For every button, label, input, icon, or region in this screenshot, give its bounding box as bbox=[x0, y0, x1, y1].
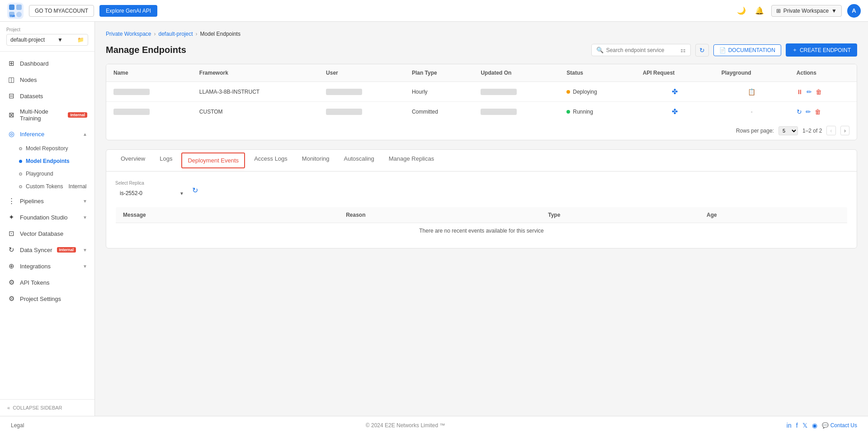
row1-plan-type: Hourly bbox=[405, 82, 474, 102]
tab-monitoring[interactable]: Monitoring bbox=[295, 150, 337, 172]
row1-playground[interactable]: 📋 bbox=[714, 82, 789, 102]
sidebar-item-foundation-studio[interactable]: ✦ Foundation Studio ▼ bbox=[0, 209, 94, 225]
create-endpoint-button[interactable]: ＋ CREATE ENDPOINT bbox=[786, 43, 857, 57]
explore-genai-button[interactable]: Explore GenAI API bbox=[99, 5, 157, 17]
col-playground: Playground bbox=[714, 64, 789, 82]
sidebar-item-inference[interactable]: ◎ Inference ▲ bbox=[0, 126, 94, 142]
dark-mode-button[interactable]: 🌙 bbox=[735, 5, 748, 17]
events-col-age: Age bbox=[699, 207, 847, 223]
replica-selector-row: Select Replica is-2552-0 ▼ ↻ bbox=[115, 181, 848, 200]
svg-rect-1 bbox=[16, 5, 22, 10]
next-page-button[interactable]: › bbox=[840, 126, 849, 135]
row1-api-request[interactable]: ✤ bbox=[636, 82, 714, 102]
linkedin-icon[interactable]: in bbox=[787, 422, 792, 429]
breadcrumb-sep-2: › bbox=[196, 31, 198, 37]
breadcrumb: Private Workspace › default-project › Mo… bbox=[106, 31, 857, 37]
documentation-button[interactable]: 📄 DOCUMENTATION bbox=[713, 44, 781, 56]
sidebar-item-custom-tokens[interactable]: Custom Tokens Internal bbox=[0, 180, 94, 193]
integrations-icon: ⊕ bbox=[7, 262, 15, 270]
api-request-icon-2[interactable]: ✤ bbox=[672, 108, 678, 115]
sidebar-item-api-tokens[interactable]: ⚙ API Tokens bbox=[0, 274, 94, 291]
filter-icon[interactable]: ⚏ bbox=[680, 47, 686, 53]
api-request-icon-1[interactable]: ✤ bbox=[672, 88, 678, 95]
tabs-header: Overview Logs Deployment Events Access L… bbox=[106, 150, 857, 172]
footer-copyright: © 2024 E2E Networks Limited ™ bbox=[366, 422, 445, 429]
tab-overview[interactable]: Overview bbox=[113, 150, 152, 172]
replica-select[interactable]: is-2552-0 bbox=[115, 187, 188, 200]
row2-name bbox=[106, 102, 192, 122]
tab-logs[interactable]: Logs bbox=[152, 150, 179, 172]
rows-per-page-select[interactable]: 5 10 25 bbox=[778, 126, 798, 135]
project-name: default-project bbox=[10, 37, 45, 43]
sidebar-item-datasets[interactable]: ⊟ Datasets bbox=[0, 88, 94, 104]
sidebar-item-nodes[interactable]: ◫ Nodes bbox=[0, 72, 94, 88]
tab-autoscaling[interactable]: Autoscaling bbox=[337, 150, 382, 172]
tab-deployment-events[interactable]: Deployment Events bbox=[181, 153, 245, 168]
sidebar-item-model-repository[interactable]: Model Repository bbox=[0, 142, 94, 155]
workspace-button[interactable]: ⊞ Private Workspace ▼ bbox=[771, 5, 842, 17]
col-api-request: API Request bbox=[636, 64, 714, 82]
page-header: Manage Endpoints 🔍 ⚏ ↻ 📄 DOCUMENTATION ＋… bbox=[106, 43, 857, 57]
refresh-button[interactable]: ↻ bbox=[695, 44, 709, 57]
custom-tokens-badge: Internal bbox=[68, 183, 86, 190]
custom-tokens-dot bbox=[19, 185, 22, 188]
col-user: User bbox=[319, 64, 405, 82]
pipelines-icon: ⋮ bbox=[7, 197, 15, 205]
contact-us-link[interactable]: 💬 Contact Us bbox=[822, 422, 857, 429]
pipelines-chevron-icon: ▼ bbox=[83, 199, 87, 204]
sidebar-sub-label-custom-tokens: Custom Tokens bbox=[26, 183, 63, 190]
main-content: Private Workspace › default-project › Mo… bbox=[95, 22, 868, 416]
sidebar-item-project-settings[interactable]: ⚙ Project Settings bbox=[0, 291, 94, 307]
breadcrumb-project[interactable]: default-project bbox=[158, 31, 193, 37]
contact-icon: 💬 bbox=[822, 422, 829, 429]
playground-icon-1[interactable]: 📋 bbox=[748, 88, 755, 95]
project-select-button[interactable]: default-project ▼ 📁 bbox=[6, 34, 88, 46]
edit-icon-2[interactable]: ✏ bbox=[806, 108, 811, 115]
restart-icon-2[interactable]: ↻ bbox=[797, 108, 802, 115]
twitter-icon[interactable]: 𝕏 bbox=[802, 422, 807, 429]
facebook-icon[interactable]: f bbox=[796, 422, 798, 429]
notifications-button[interactable]: 🔔 bbox=[753, 5, 766, 17]
sidebar-item-data-syncer[interactable]: ↻ Data Syncer Internal ▼ bbox=[0, 242, 94, 258]
replica-label: Select Replica bbox=[115, 181, 188, 186]
tab-manage-replicas[interactable]: Manage Replicas bbox=[382, 150, 441, 172]
row1-name bbox=[106, 82, 192, 102]
sidebar-item-pipelines[interactable]: ⋮ Pipelines ▼ bbox=[0, 193, 94, 209]
col-status: Status bbox=[559, 64, 635, 82]
row2-user bbox=[319, 102, 405, 122]
sidebar-item-label-foundation-studio: Foundation Studio bbox=[20, 214, 68, 221]
col-plan-type: Plan Type bbox=[405, 64, 474, 82]
rss-icon[interactable]: ◉ bbox=[812, 422, 817, 429]
model-repository-dot bbox=[19, 147, 22, 150]
sidebar-item-label-project-settings: Project Settings bbox=[20, 296, 61, 302]
sidebar-item-playground[interactable]: Playground bbox=[0, 167, 94, 180]
collapse-sidebar-button[interactable]: « COLLAPSE SIDEBAR bbox=[0, 399, 94, 416]
search-input[interactable] bbox=[606, 47, 678, 53]
sidebar-item-model-endpoints[interactable]: Model Endpoints bbox=[0, 155, 94, 167]
footer-right: in f 𝕏 ◉ 💬 Contact Us bbox=[787, 422, 857, 429]
api-tokens-icon: ⚙ bbox=[7, 278, 15, 286]
replica-refresh-button[interactable]: ↻ bbox=[192, 186, 198, 195]
project-selector: Project default-project ▼ 📁 bbox=[0, 22, 94, 52]
edit-icon-1[interactable]: ✏ bbox=[807, 88, 812, 95]
footer: Legal © 2024 E2E Networks Limited ™ in f… bbox=[0, 416, 868, 434]
delete-icon-2[interactable]: 🗑 bbox=[815, 108, 821, 115]
col-updated-on: Updated On bbox=[473, 64, 559, 82]
sidebar-item-label-multi-node: Multi-Node Training bbox=[20, 108, 63, 122]
sidebar-item-multi-node[interactable]: ⊠ Multi-Node Training Internal bbox=[0, 104, 94, 126]
stop-icon-1[interactable]: ⏸ bbox=[797, 88, 803, 95]
footer-legal[interactable]: Legal bbox=[11, 422, 24, 429]
project-settings-icon: ⚙ bbox=[7, 295, 15, 303]
row2-updated-on bbox=[473, 102, 559, 122]
delete-icon-1[interactable]: 🗑 bbox=[816, 88, 822, 95]
svg-rect-0 bbox=[9, 5, 14, 10]
avatar[interactable]: A bbox=[847, 4, 861, 18]
go-myaccount-button[interactable]: GO TO MYACCOUNT bbox=[29, 5, 94, 17]
sidebar-item-vector-database[interactable]: ⊡ Vector Database bbox=[0, 225, 94, 242]
prev-page-button[interactable]: ‹ bbox=[826, 126, 835, 135]
tab-access-logs[interactable]: Access Logs bbox=[247, 150, 295, 172]
breadcrumb-workspace[interactable]: Private Workspace bbox=[106, 31, 151, 37]
sidebar-item-integrations[interactable]: ⊕ Integrations ▼ bbox=[0, 258, 94, 274]
row2-api-request[interactable]: ✤ bbox=[636, 102, 714, 122]
sidebar-item-dashboard[interactable]: ⊞ Dashboard bbox=[0, 55, 94, 72]
